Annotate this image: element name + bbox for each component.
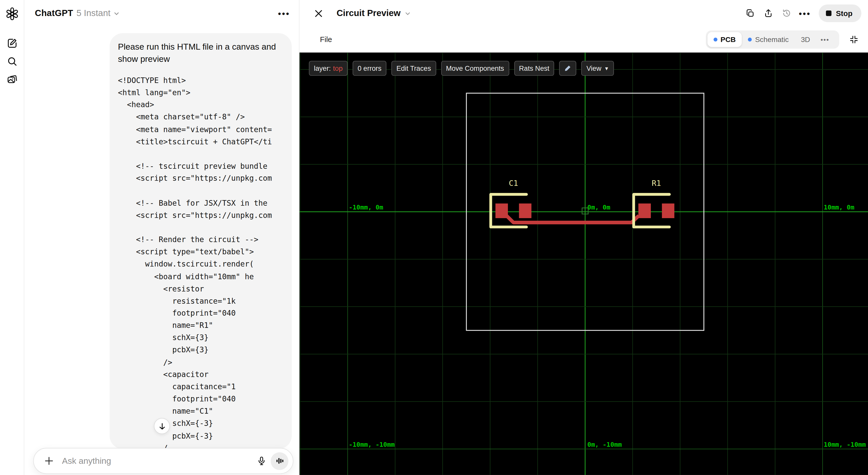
panel-title-chevron-icon[interactable] [404,9,410,19]
openai-logo-icon [5,7,19,20]
model-name[interactable]: 5 Instant [76,8,110,18]
r1-pad1[interactable] [639,203,651,218]
voice-waveform-icon [276,457,284,465]
move-components-button[interactable]: Move Components [441,61,509,76]
chat-header: ChatGPT 5 Instant ••• [25,0,299,27]
history-icon[interactable] [778,5,795,22]
pcb-toolbar: layer: top 0 errors Edit Traces Move Com… [309,61,614,76]
pcb-artwork: C1 R1 -10mm, 0m 0m, 0m 10mm, 0m -10mm, -… [300,53,868,475]
stop-button[interactable]: Stop [819,4,861,22]
scroll-to-bottom-button[interactable] [154,418,170,434]
c1-pad2[interactable] [519,203,531,218]
tab-3d[interactable]: 3D [795,32,816,47]
c1-label: C1 [509,179,518,188]
layer-button[interactable]: layer: top [309,61,348,76]
panel-title: Circuit Preview [337,8,401,18]
chat-more-icon[interactable]: ••• [278,9,290,18]
file-menu[interactable]: File [320,35,332,44]
dropdown-caret-icon: ▼ [604,65,609,71]
chevron-down-icon[interactable] [113,9,119,19]
errors-button[interactable]: 0 errors [353,61,386,76]
coord-label-top-right: 10mm, 0m [824,204,854,211]
component-r1[interactable]: R1 [634,179,675,227]
library-icon[interactable] [4,71,20,88]
collapse-fullscreen-icon[interactable] [846,32,861,47]
tabs-more-icon[interactable]: ••• [816,36,834,43]
chat-title: ChatGPT [35,8,73,18]
chat-input[interactable] [62,456,253,466]
pencil-icon [564,65,571,72]
coord-label-top-left: -10mm, 0m [349,204,383,211]
c1-pad1[interactable] [495,203,508,218]
chat-column: ChatGPT 5 Instant ••• Please run this HT… [25,0,300,475]
sidebar [0,0,25,475]
pcb-canvas[interactable]: C1 R1 -10mm, 0m 0m, 0m 10mm, 0m -10mm, -… [300,53,868,475]
voice-mode-button[interactable] [271,452,288,470]
app-window: ChatGPT 5 Instant ••• Please run this HT… [0,0,868,475]
r1-label: R1 [652,179,661,188]
attach-plus-icon[interactable] [40,452,57,469]
canvas-menu-row: File PCB Schematic 3D ••• [300,27,868,53]
coord-label-origin: 0m, 0m [587,204,610,211]
tab-schematic[interactable]: Schematic [742,32,795,47]
new-chat-icon[interactable] [4,35,20,52]
pencil-tool-button[interactable] [559,61,577,76]
status-dot-icon [748,38,752,41]
panel-more-icon[interactable]: ••• [797,5,813,22]
share-icon[interactable] [760,5,776,22]
panel-header: Circuit Preview ••• Stop [300,0,868,27]
microphone-icon[interactable] [253,452,270,469]
r1-pad2[interactable] [662,203,674,218]
user-message-text: Please run this HTML file in a canvas an… [118,41,283,65]
edit-traces-button[interactable]: Edit Traces [392,61,436,76]
view-tabs: PCB Schematic 3D ••• [706,30,839,48]
view-dropdown-button[interactable]: View ▼ [582,61,614,76]
coord-label-bottom-left: -10mm, -10mm [349,441,395,448]
tab-pcb[interactable]: PCB [707,32,742,47]
coord-label-bottom-center: 0m, -10mm [587,441,622,448]
layer-value: top [333,64,343,72]
composer [33,448,293,474]
canvas-panel: Circuit Preview ••• Stop File [300,0,868,475]
status-dot-icon [713,38,717,41]
arrow-down-icon [158,422,166,430]
rats-nest-button[interactable]: Rats Nest [514,61,554,76]
user-message-bubble: Please run this HTML file in a canvas an… [110,33,292,449]
stop-square-icon [826,10,832,16]
grid-lines [300,53,868,475]
coord-label-bottom-right: 10mm, -10mm [824,441,866,448]
close-icon[interactable] [310,5,327,22]
search-icon[interactable] [4,53,20,70]
copy-icon[interactable] [742,5,758,22]
user-code-block: <!DOCTYPE html><html lang="en"> <head> <… [118,74,283,449]
